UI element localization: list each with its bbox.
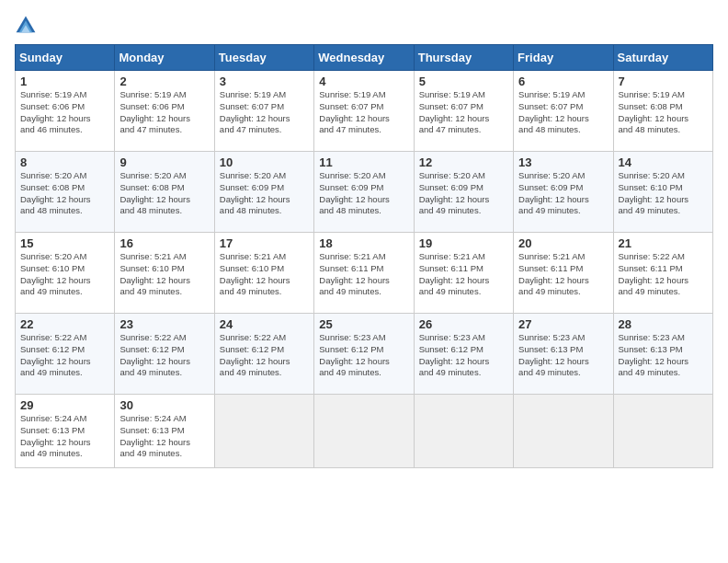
day-number: 16 <box>119 236 209 250</box>
day-number: 19 <box>419 236 508 250</box>
day-number: 22 <box>20 317 109 331</box>
calendar-week-3: 15Sunrise: 5:20 AM Sunset: 6:10 PM Dayli… <box>16 233 713 314</box>
calendar-day-16: 16Sunrise: 5:21 AM Sunset: 6:10 PM Dayli… <box>115 233 214 314</box>
calendar-day-23: 23Sunrise: 5:22 AM Sunset: 6:12 PM Dayli… <box>115 314 214 395</box>
calendar-day-20: 20Sunrise: 5:21 AM Sunset: 6:11 PM Dayli… <box>514 233 613 314</box>
day-number: 13 <box>518 155 608 169</box>
day-info: Sunrise: 5:20 AM Sunset: 6:10 PM Dayligh… <box>619 170 708 217</box>
day-info: Sunrise: 5:22 AM Sunset: 6:11 PM Dayligh… <box>619 251 708 298</box>
day-info: Sunrise: 5:21 AM Sunset: 6:11 PM Dayligh… <box>518 251 608 298</box>
day-number: 20 <box>518 236 608 250</box>
day-info: Sunrise: 5:20 AM Sunset: 6:08 PM Dayligh… <box>119 170 209 217</box>
day-number: 30 <box>119 398 209 412</box>
calendar-day-26: 26Sunrise: 5:23 AM Sunset: 6:12 PM Dayli… <box>414 314 513 395</box>
weekday-header-row: SundayMondayTuesdayWednesdayThursdayFrid… <box>16 45 713 71</box>
day-info: Sunrise: 5:21 AM Sunset: 6:10 PM Dayligh… <box>119 251 209 298</box>
weekday-header-monday: Monday <box>115 45 214 71</box>
day-info: Sunrise: 5:19 AM Sunset: 6:08 PM Dayligh… <box>619 89 708 136</box>
day-info: Sunrise: 5:20 AM Sunset: 6:09 PM Dayligh… <box>220 170 309 217</box>
calendar-day-3: 3Sunrise: 5:19 AM Sunset: 6:07 PM Daylig… <box>214 71 313 152</box>
weekday-header-sunday: Sunday <box>16 45 115 71</box>
empty-cell <box>514 395 613 468</box>
day-number: 12 <box>419 155 508 169</box>
calendar-day-4: 4Sunrise: 5:19 AM Sunset: 6:07 PM Daylig… <box>314 71 414 152</box>
day-number: 8 <box>20 155 109 169</box>
calendar-table: SundayMondayTuesdayWednesdayThursdayFrid… <box>15 44 713 468</box>
day-number: 29 <box>20 398 109 412</box>
day-info: Sunrise: 5:20 AM Sunset: 6:09 PM Dayligh… <box>319 170 408 217</box>
calendar-day-9: 9Sunrise: 5:20 AM Sunset: 6:08 PM Daylig… <box>115 152 214 233</box>
calendar-day-8: 8Sunrise: 5:20 AM Sunset: 6:08 PM Daylig… <box>16 152 115 233</box>
calendar-day-7: 7Sunrise: 5:19 AM Sunset: 6:08 PM Daylig… <box>613 71 712 152</box>
day-info: Sunrise: 5:21 AM Sunset: 6:11 PM Dayligh… <box>419 251 508 298</box>
day-info: Sunrise: 5:24 AM Sunset: 6:13 PM Dayligh… <box>119 413 209 460</box>
day-info: Sunrise: 5:22 AM Sunset: 6:12 PM Dayligh… <box>20 332 109 379</box>
calendar-week-4: 22Sunrise: 5:22 AM Sunset: 6:12 PM Dayli… <box>16 314 713 395</box>
day-info: Sunrise: 5:22 AM Sunset: 6:12 PM Dayligh… <box>119 332 209 379</box>
page-header <box>15 15 713 37</box>
day-number: 6 <box>518 75 608 88</box>
day-number: 11 <box>319 155 408 169</box>
day-info: Sunrise: 5:23 AM Sunset: 6:13 PM Dayligh… <box>619 332 708 379</box>
day-info: Sunrise: 5:19 AM Sunset: 6:07 PM Dayligh… <box>518 89 608 136</box>
day-number: 18 <box>319 236 408 250</box>
day-info: Sunrise: 5:19 AM Sunset: 6:06 PM Dayligh… <box>20 89 109 136</box>
day-info: Sunrise: 5:21 AM Sunset: 6:11 PM Dayligh… <box>319 251 408 298</box>
calendar-day-10: 10Sunrise: 5:20 AM Sunset: 6:09 PM Dayli… <box>214 152 313 233</box>
day-info: Sunrise: 5:20 AM Sunset: 6:09 PM Dayligh… <box>518 170 608 217</box>
calendar-day-19: 19Sunrise: 5:21 AM Sunset: 6:11 PM Dayli… <box>414 233 513 314</box>
calendar-day-30: 30Sunrise: 5:24 AM Sunset: 6:13 PM Dayli… <box>115 395 214 468</box>
day-number: 1 <box>20 75 109 88</box>
day-number: 21 <box>619 236 708 250</box>
day-number: 25 <box>319 317 408 331</box>
calendar-day-22: 22Sunrise: 5:22 AM Sunset: 6:12 PM Dayli… <box>16 314 115 395</box>
day-info: Sunrise: 5:24 AM Sunset: 6:13 PM Dayligh… <box>20 413 109 460</box>
day-number: 23 <box>119 317 209 331</box>
logo-icon <box>15 15 37 37</box>
empty-cell <box>414 395 513 468</box>
calendar-day-29: 29Sunrise: 5:24 AM Sunset: 6:13 PM Dayli… <box>16 395 115 468</box>
calendar-day-28: 28Sunrise: 5:23 AM Sunset: 6:13 PM Dayli… <box>613 314 712 395</box>
calendar-day-15: 15Sunrise: 5:20 AM Sunset: 6:10 PM Dayli… <box>16 233 115 314</box>
calendar-day-6: 6Sunrise: 5:19 AM Sunset: 6:07 PM Daylig… <box>514 71 613 152</box>
day-number: 15 <box>20 236 109 250</box>
day-info: Sunrise: 5:19 AM Sunset: 6:07 PM Dayligh… <box>319 89 408 136</box>
day-number: 3 <box>220 75 309 88</box>
calendar-day-11: 11Sunrise: 5:20 AM Sunset: 6:09 PM Dayli… <box>314 152 414 233</box>
calendar-week-5: 29Sunrise: 5:24 AM Sunset: 6:13 PM Dayli… <box>16 395 713 468</box>
day-info: Sunrise: 5:20 AM Sunset: 6:10 PM Dayligh… <box>20 251 109 298</box>
weekday-header-friday: Friday <box>514 45 613 71</box>
calendar-day-12: 12Sunrise: 5:20 AM Sunset: 6:09 PM Dayli… <box>414 152 513 233</box>
day-info: Sunrise: 5:21 AM Sunset: 6:10 PM Dayligh… <box>220 251 309 298</box>
calendar-day-24: 24Sunrise: 5:22 AM Sunset: 6:12 PM Dayli… <box>214 314 313 395</box>
day-number: 5 <box>419 75 508 88</box>
day-number: 2 <box>119 75 209 88</box>
empty-cell <box>613 395 712 468</box>
day-number: 9 <box>119 155 209 169</box>
calendar-week-1: 1Sunrise: 5:19 AM Sunset: 6:06 PM Daylig… <box>16 71 713 152</box>
calendar-day-14: 14Sunrise: 5:20 AM Sunset: 6:10 PM Dayli… <box>613 152 712 233</box>
day-info: Sunrise: 5:19 AM Sunset: 6:07 PM Dayligh… <box>220 89 309 136</box>
calendar-day-2: 2Sunrise: 5:19 AM Sunset: 6:06 PM Daylig… <box>115 71 214 152</box>
day-info: Sunrise: 5:23 AM Sunset: 6:12 PM Dayligh… <box>419 332 508 379</box>
day-info: Sunrise: 5:20 AM Sunset: 6:09 PM Dayligh… <box>419 170 508 217</box>
calendar-day-1: 1Sunrise: 5:19 AM Sunset: 6:06 PM Daylig… <box>16 71 115 152</box>
empty-cell <box>214 395 313 468</box>
day-number: 10 <box>220 155 309 169</box>
weekday-header-thursday: Thursday <box>414 45 513 71</box>
day-info: Sunrise: 5:22 AM Sunset: 6:12 PM Dayligh… <box>220 332 309 379</box>
day-info: Sunrise: 5:23 AM Sunset: 6:13 PM Dayligh… <box>518 332 608 379</box>
calendar-day-13: 13Sunrise: 5:20 AM Sunset: 6:09 PM Dayli… <box>514 152 613 233</box>
day-number: 7 <box>619 75 708 88</box>
calendar-week-2: 8Sunrise: 5:20 AM Sunset: 6:08 PM Daylig… <box>16 152 713 233</box>
day-info: Sunrise: 5:20 AM Sunset: 6:08 PM Dayligh… <box>20 170 109 217</box>
day-number: 4 <box>319 75 408 88</box>
weekday-header-wednesday: Wednesday <box>314 45 414 71</box>
calendar-day-27: 27Sunrise: 5:23 AM Sunset: 6:13 PM Dayli… <box>514 314 613 395</box>
day-info: Sunrise: 5:19 AM Sunset: 6:07 PM Dayligh… <box>419 89 508 136</box>
day-info: Sunrise: 5:19 AM Sunset: 6:06 PM Dayligh… <box>119 89 209 136</box>
calendar-day-18: 18Sunrise: 5:21 AM Sunset: 6:11 PM Dayli… <box>314 233 414 314</box>
weekday-header-tuesday: Tuesday <box>214 45 313 71</box>
logo <box>15 15 40 37</box>
day-number: 24 <box>220 317 309 331</box>
